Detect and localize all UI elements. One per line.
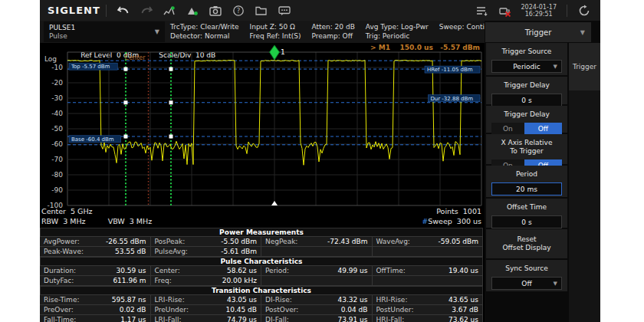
trigger-source-dropdown[interactable]: Periodic▼ (491, 60, 562, 73)
table-cell-label: AvgPower: (44, 238, 80, 245)
date-text: 2024-01-17 (521, 4, 557, 11)
trace-selector[interactable]: PULSE1 Pulse ▼ (44, 21, 165, 42)
screenshot-stage: SIGLENT ? 2024-01-17 16:29:51 PULSE1 Pul… (0, 0, 644, 322)
settings-column-2: Atten: 20 dBPreamp: Off (311, 22, 354, 41)
trigger-delay-value-field[interactable]: 0 s (491, 94, 562, 107)
table-cell-label: DI-Rise: (265, 296, 292, 304)
settings-columns: TrcType: Clear/WriteDetector: NormalInpu… (170, 22, 516, 41)
period-field[interactable]: 20 ms (491, 182, 562, 196)
siglent-logo: SIGLENT (48, 5, 100, 16)
help-icon[interactable]: ? (229, 3, 248, 18)
toggle-off[interactable]: Off (524, 123, 562, 134)
svg-text:1: 1 (281, 48, 285, 56)
preset-icon[interactable] (575, 3, 593, 18)
settings-top: Input Z: 50 Ω (250, 22, 301, 31)
peak-search-icon[interactable] (160, 3, 179, 18)
svg-text:Dur -32.88 dBm: Dur -32.88 dBm (430, 96, 473, 102)
panel-header[interactable]: Trigger ▼ (485, 22, 591, 42)
settings-column-0: TrcType: Clear/WriteDetector: Normal (170, 22, 239, 41)
table-cell-label: Rise-Time: (44, 296, 79, 304)
table-cell-label: NegPeak: (265, 238, 297, 245)
table-cell-label: PosPeak: (155, 238, 186, 245)
table-cell-label: LRI-Rise: (155, 296, 185, 304)
table-cell: Freq:20.00 kHz (150, 275, 262, 286)
spectrum-chart[interactable]: CenterTop -5.57 dBmHRef -11.05 dBmDur -3… (67, 52, 481, 205)
table-cell-value: -72.43 dBm (327, 238, 368, 245)
vbw-label[interactable]: VBW 3 MHz (108, 217, 153, 225)
trigger-delay-toggle-switch[interactable]: OnOff (491, 123, 562, 134)
menu-item-x-axis-relative: X Axis RelativeTo TriggerOnOff (486, 134, 567, 164)
undo-icon[interactable] (114, 3, 133, 18)
table-cell: WaveAvg:-59.05 dBm (372, 236, 484, 247)
toolbar-right-icons (471, 3, 517, 18)
toolbar-left-icons: ? (112, 3, 296, 18)
log-axis-label: Log (44, 55, 57, 63)
preset-icon-slot (573, 3, 596, 18)
center-freq-label[interactable]: Center 5 GHz (41, 207, 93, 215)
panel-tab-column: Trigger (569, 43, 600, 322)
menu-item-reset-offset-display[interactable]: ResetOffset Display (486, 229, 567, 258)
points-label: Points 1001 (436, 207, 481, 215)
usb-error-icon[interactable] (496, 3, 514, 18)
table-cell-value: 0.02 dB (120, 306, 146, 314)
menu-item-period: Period20 ms (486, 166, 567, 197)
rbw-label[interactable]: RBW 3 MHz (41, 217, 86, 225)
table-cell-label: PreOver: (44, 306, 74, 314)
table-cell-label: Peak-Wave: (44, 248, 84, 255)
settings-bottom: Preamp: Off (311, 31, 354, 41)
analyzer-app: SIGLENT ? 2024-01-17 16:29:51 PULSE1 Pul… (40, 0, 600, 322)
table-cell: DI-Rise:43.32 us (261, 294, 373, 305)
table-cell-label: PreUnder: (155, 306, 189, 314)
table-cell: NegPeak:-72.43 dBm (261, 236, 373, 247)
table-cell: LRI-Rise:43.05 us (150, 294, 262, 305)
table-cell-label: PulseAvg: (155, 248, 188, 255)
table-cell: PreUnder:10.45 dB (150, 304, 262, 315)
item-label: Period (486, 166, 567, 179)
tab-trigger[interactable]: Trigger (569, 43, 600, 90)
table-cell: Rise-Time:595.87 ns (40, 294, 151, 305)
table-cell-value: -26.55 dBm (106, 238, 146, 245)
item-label: Offset Time (486, 199, 567, 212)
svg-text:Center: Center (125, 54, 146, 61)
table-cell-value: 53.55 dB (115, 248, 146, 255)
table-cell-label: Period: (265, 267, 289, 274)
marker-peak-icon[interactable] (183, 3, 202, 18)
table-cell: PosPeak:-5.50 dBm (150, 236, 262, 247)
chevron-down-icon: ▼ (580, 29, 585, 36)
message-icon[interactable] (275, 3, 294, 18)
table-cell-value: 10.45 dB (225, 306, 257, 314)
table-cell-value: 73.62 us (449, 316, 478, 322)
table-cell-value: 58.62 us (227, 267, 257, 274)
table-cell-value: 3.67 dB (452, 306, 478, 314)
sync-source-dropdown[interactable]: Off▼ (491, 277, 562, 290)
sweep-label: #Sweep 300 us (422, 217, 481, 225)
table-row: DutyFac:611.96 mFreq:20.00 kHz (40, 276, 483, 286)
table-cell: HRI-Fall:73.62 us (372, 314, 484, 322)
item-label: X Axis RelativeTo Trigger (486, 134, 567, 156)
table-cell (372, 246, 484, 257)
svg-text:Top -5.57 dBm: Top -5.57 dBm (71, 64, 110, 70)
table-cell-label: Freq: (155, 277, 172, 284)
menu-list-icon[interactable] (473, 3, 491, 18)
y-tick-label: -70 (41, 156, 63, 163)
toggle-on[interactable]: On (491, 123, 524, 134)
settings-bottom: Freq Ref: Int(S) (250, 31, 301, 41)
item-label: Trigger Source (486, 43, 567, 56)
table-cell-label: HRI-Fall: (376, 316, 405, 322)
settings-bottom: Trig: Periodic (366, 31, 429, 41)
table-cell: DutyFac:611.96 m (40, 275, 151, 286)
file-icon[interactable] (252, 3, 271, 18)
screenshot-icon[interactable] (206, 3, 225, 18)
table-cell: Fall-Time:1.17 us (40, 314, 151, 322)
redo-icon[interactable] (137, 3, 156, 18)
toolbar-divider (567, 5, 567, 17)
y-tick-label: -40 (41, 110, 63, 117)
table-cell: PreOver:0.02 dB (40, 304, 151, 315)
panel-title: Trigger (525, 28, 552, 37)
time-text: 16:29:51 (521, 11, 557, 18)
table-cell-label: DutyFac: (44, 277, 74, 284)
table-cell: PulseAvg:-5.61 dBm (150, 246, 262, 257)
table-cell-value: 43.65 us (449, 296, 478, 304)
offset-time-field[interactable]: 0 s (491, 215, 562, 228)
y-tick-label: -30 (41, 94, 63, 102)
